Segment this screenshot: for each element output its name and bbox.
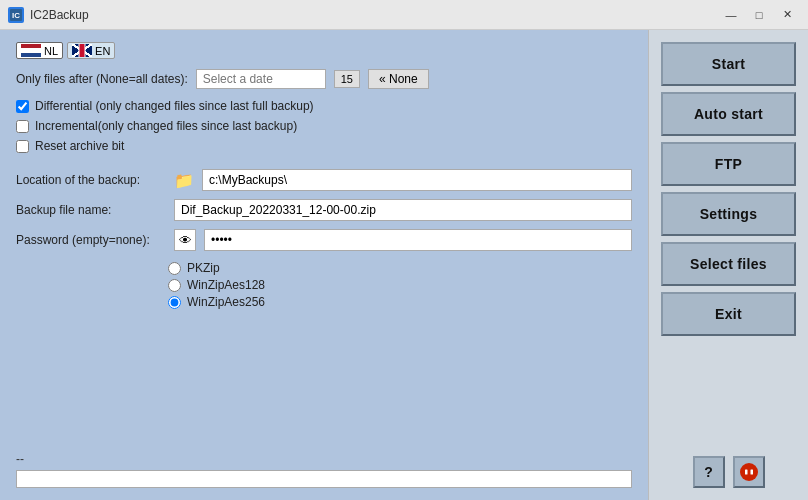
en-label: EN bbox=[95, 45, 110, 57]
pkzip-label: PKZip bbox=[187, 261, 220, 275]
differential-checkbox[interactable] bbox=[16, 100, 29, 113]
date-label: Only files after (None=all dates): bbox=[16, 72, 188, 86]
en-flag-icon bbox=[72, 44, 92, 57]
date-row: Only files after (None=all dates): 15 « … bbox=[16, 69, 632, 89]
calendar-button[interactable]: 15 bbox=[334, 70, 360, 88]
stop-icon bbox=[740, 463, 758, 481]
ftp-button[interactable]: FTP bbox=[661, 142, 796, 186]
nl-flag-button[interactable]: NL bbox=[16, 42, 63, 59]
svg-point-2 bbox=[742, 465, 756, 479]
location-label: Location of the backup: bbox=[16, 173, 166, 187]
form-section: Location of the backup: 📁 Backup file na… bbox=[16, 169, 632, 251]
settings-button[interactable]: Settings bbox=[661, 192, 796, 236]
filename-label: Backup file name: bbox=[16, 203, 166, 217]
maximize-button[interactable]: □ bbox=[746, 5, 772, 25]
bottom-buttons: ? bbox=[661, 456, 796, 488]
winzip128-radio[interactable] bbox=[168, 279, 181, 292]
password-row: Password (empty=none): 👁 bbox=[16, 229, 632, 251]
auto-start-button[interactable]: Auto start bbox=[661, 92, 796, 136]
svg-rect-3 bbox=[745, 470, 748, 475]
password-input[interactable] bbox=[204, 229, 632, 251]
winzip128-row: WinZipAes128 bbox=[168, 278, 632, 292]
winzip256-label: WinZipAes256 bbox=[187, 295, 265, 309]
svg-text:IC: IC bbox=[12, 11, 20, 20]
stop-button[interactable] bbox=[733, 456, 765, 488]
nl-label: NL bbox=[44, 45, 58, 57]
status-text: -- bbox=[16, 452, 632, 466]
close-button[interactable]: ✕ bbox=[774, 5, 800, 25]
reset-archive-checkbox[interactable] bbox=[16, 140, 29, 153]
svg-rect-4 bbox=[750, 470, 753, 475]
incremental-label: Incremental(only changed files since las… bbox=[35, 119, 297, 133]
progress-bar-container bbox=[16, 470, 632, 488]
en-flag-button[interactable]: EN bbox=[67, 42, 115, 59]
main-container: NL EN Only files after (None=all dates):… bbox=[0, 30, 808, 500]
differential-row: Differential (only changed files since l… bbox=[16, 99, 632, 113]
select-files-button[interactable]: Select files bbox=[661, 242, 796, 286]
password-label: Password (empty=none): bbox=[16, 233, 166, 247]
window-title: IC2Backup bbox=[30, 8, 718, 22]
show-password-button[interactable]: 👁 bbox=[174, 229, 196, 251]
status-bar: -- bbox=[16, 444, 632, 488]
incremental-row: Incremental(only changed files since las… bbox=[16, 119, 632, 133]
reset-archive-row: Reset archive bit bbox=[16, 139, 632, 153]
winzip256-radio[interactable] bbox=[168, 296, 181, 309]
start-button[interactable]: Start bbox=[661, 42, 796, 86]
date-input[interactable] bbox=[196, 69, 326, 89]
differential-label: Differential (only changed files since l… bbox=[35, 99, 314, 113]
minimize-button[interactable]: — bbox=[718, 5, 744, 25]
location-row: Location of the backup: 📁 bbox=[16, 169, 632, 191]
none-button[interactable]: « None bbox=[368, 69, 429, 89]
location-input[interactable] bbox=[202, 169, 632, 191]
winzip128-label: WinZipAes128 bbox=[187, 278, 265, 292]
pkzip-radio[interactable] bbox=[168, 262, 181, 275]
title-bar: IC IC2Backup — □ ✕ bbox=[0, 0, 808, 30]
nl-flag-icon bbox=[21, 44, 41, 57]
filename-input[interactable] bbox=[174, 199, 632, 221]
flag-row: NL EN bbox=[16, 42, 632, 59]
exit-button[interactable]: Exit bbox=[661, 292, 796, 336]
window-controls: — □ ✕ bbox=[718, 5, 800, 25]
filename-row: Backup file name: bbox=[16, 199, 632, 221]
pkzip-row: PKZip bbox=[168, 261, 632, 275]
winzip256-row: WinZipAes256 bbox=[168, 295, 632, 309]
folder-icon[interactable]: 📁 bbox=[174, 171, 194, 190]
left-panel: NL EN Only files after (None=all dates):… bbox=[0, 30, 648, 500]
right-panel: Start Auto start FTP Settings Select fil… bbox=[648, 30, 808, 500]
incremental-checkbox[interactable] bbox=[16, 120, 29, 133]
reset-archive-label: Reset archive bit bbox=[35, 139, 124, 153]
help-button[interactable]: ? bbox=[693, 456, 725, 488]
encryption-radio-group: PKZip WinZipAes128 WinZipAes256 bbox=[16, 261, 632, 309]
app-icon: IC bbox=[8, 7, 24, 23]
